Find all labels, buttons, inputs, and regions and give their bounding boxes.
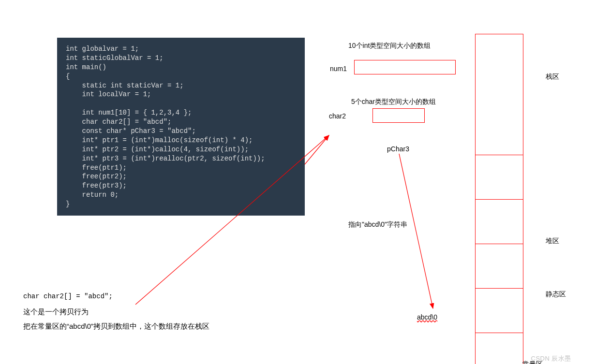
stack-region-label: 栈区 [546,73,559,81]
memory-cell-const [476,333,523,364]
memory-cell-heap [476,200,523,244]
num1-label: num1 [330,65,347,73]
bottom-explanation-2: 把在常量区的“abcd\0”拷贝到数组中，这个数组存放在栈区 [23,322,209,331]
points-to-label: 指向"abcd\0"字符串 [348,220,407,229]
bottom-explanation-1: 这个是一个拷贝行为 [23,307,89,317]
memory-cell-gap1 [476,155,523,200]
watermark: CSDN 辰水墨 [531,354,571,363]
char2-label: char2 [329,112,346,120]
bottom-code-line: char char2[] = "abcd"; [23,292,113,300]
memory-cell-stack [476,34,523,155]
memory-cell-gap2 [476,244,523,289]
num1-box [354,60,456,74]
char-array-description: 5个char类型空间大小的数组 [351,98,436,106]
memory-cell-static [476,289,523,333]
code-block: int globalvar = 1; int staticGlobalVar =… [57,38,305,216]
arrow-pchar3-to-abcd [399,154,433,308]
int-array-description: 10个int类型空间大小的数组 [348,42,431,50]
pchar3-label: pChar3 [387,145,409,153]
memory-layout-table [475,34,523,364]
char2-box [372,108,425,123]
static-region-label: 静态区 [546,290,566,299]
heap-region-label: 堆区 [546,237,559,246]
abcd-string-label: abcd\0 [417,313,437,321]
arrow-code-edge-to-char2 [305,135,329,164]
